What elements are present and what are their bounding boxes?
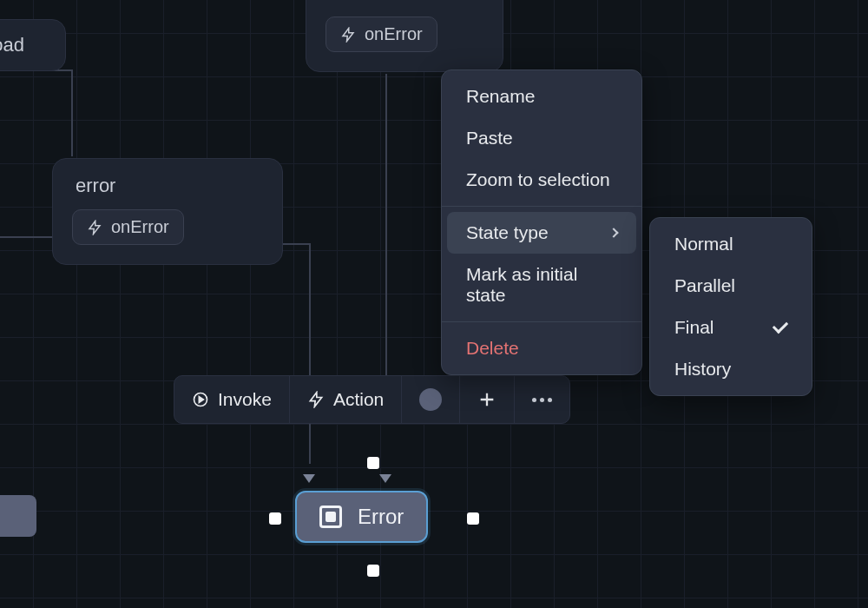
edge: [385, 74, 387, 421]
menu-separator: [442, 321, 641, 322]
event-label: onError: [111, 217, 169, 237]
invoke-button[interactable]: Invoke: [174, 376, 290, 423]
edge: [71, 69, 73, 156]
color-swatch-icon: [419, 388, 442, 411]
chevron-right-icon: [608, 228, 618, 237]
menu-label: Parallel: [674, 275, 735, 296]
menu-label: Mark as initial state: [466, 264, 617, 306]
menu-label: History: [674, 359, 731, 380]
final-state-icon: [319, 506, 342, 528]
menu-item-rename[interactable]: Rename: [447, 76, 636, 117]
menu-label: Normal: [674, 234, 733, 254]
selection-handle[interactable]: [269, 512, 281, 525]
menu-item-paste[interactable]: Paste: [447, 117, 636, 159]
play-icon: [192, 391, 209, 408]
plus-icon: [477, 390, 496, 409]
partial-node: [0, 495, 36, 537]
state-title: init-error: [329, 0, 483, 4]
menu-label: Final: [674, 317, 714, 338]
menu-label: Zoom to selection: [466, 169, 610, 190]
more-button[interactable]: [515, 376, 569, 423]
add-button[interactable]: [460, 376, 515, 423]
submenu-item-final[interactable]: Final: [655, 307, 806, 348]
state-title: Error: [358, 505, 404, 529]
menu-label: Rename: [466, 86, 535, 107]
context-menu: Rename Paste Zoom to selection State typ…: [441, 69, 642, 375]
state-title: error: [76, 175, 263, 197]
bolt-icon: [340, 27, 356, 43]
edge: [0, 236, 52, 238]
check-icon: [773, 318, 788, 334]
state-node-error-selected[interactable]: Error: [295, 491, 428, 543]
selection-handle[interactable]: [367, 565, 379, 577]
edge: [283, 243, 309, 245]
menu-label: State type: [466, 222, 549, 243]
event-label: onError: [365, 24, 423, 44]
menu-label: Delete: [466, 338, 519, 359]
submenu-item-normal[interactable]: Normal: [655, 223, 806, 265]
state-node-load[interactable]: Load: [0, 19, 66, 71]
edge: [309, 243, 311, 464]
toolbar-label: Action: [333, 389, 384, 410]
action-button[interactable]: Action: [290, 376, 402, 423]
event-pill-onerror[interactable]: onError: [326, 17, 437, 52]
menu-separator: [442, 206, 641, 207]
color-button[interactable]: [402, 376, 460, 423]
submenu-item-history[interactable]: History: [655, 348, 806, 390]
menu-label: Paste: [466, 128, 513, 149]
event-pill-onerror[interactable]: onError: [72, 209, 184, 245]
more-icon: [532, 398, 552, 402]
arrow-icon: [303, 474, 315, 483]
node-toolbar: Invoke Action: [174, 375, 570, 424]
selection-handle[interactable]: [467, 512, 479, 525]
menu-item-delete[interactable]: Delete: [447, 327, 636, 369]
bolt-icon: [87, 220, 102, 235]
menu-item-state-type[interactable]: State type: [447, 212, 636, 254]
bolt-icon: [307, 391, 325, 408]
selection-handle[interactable]: [367, 457, 379, 469]
state-node-init-error[interactable]: init-error onError: [306, 0, 503, 72]
submenu-item-parallel[interactable]: Parallel: [655, 265, 806, 307]
toolbar-label: Invoke: [218, 389, 272, 410]
state-type-submenu: Normal Parallel Final History: [649, 217, 812, 396]
menu-item-zoom[interactable]: Zoom to selection: [447, 159, 636, 201]
state-title: Load: [0, 34, 49, 56]
menu-item-mark-initial[interactable]: Mark as initial state: [447, 254, 636, 316]
state-node-error[interactable]: error onError: [52, 158, 283, 265]
arrow-icon: [379, 474, 391, 483]
